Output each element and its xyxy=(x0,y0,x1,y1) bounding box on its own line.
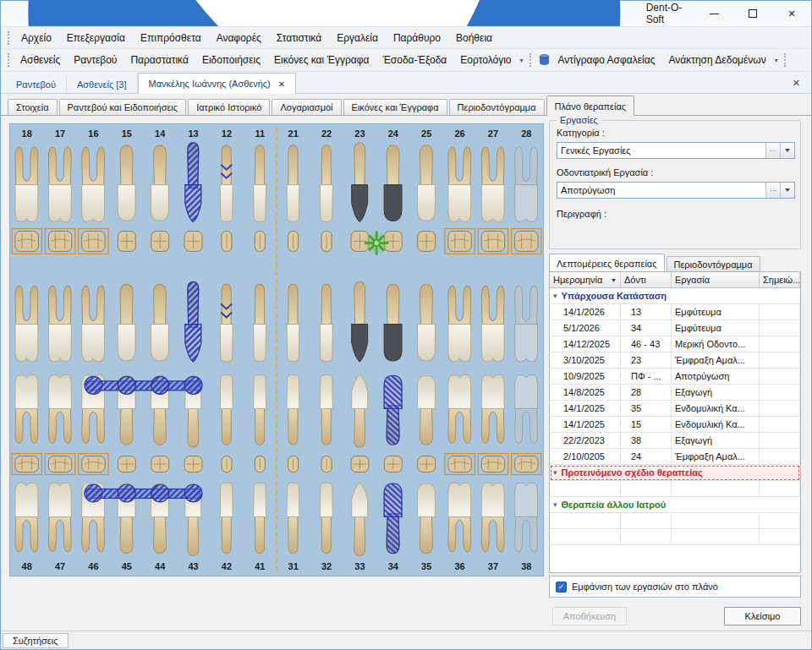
toolbar-backup-item-1[interactable]: Ανάκτηση Δεδομένων xyxy=(661,51,772,69)
tooth-25[interactable] xyxy=(417,145,435,221)
expand-icon[interactable]: ▾ xyxy=(553,500,557,509)
tooth-38[interactable] xyxy=(515,374,538,443)
menu-item-6[interactable]: Παράθυρο xyxy=(386,29,448,47)
tooth-13[interactable] xyxy=(185,143,201,222)
tooth-45-occlusal-icon[interactable] xyxy=(118,456,135,472)
toolbar-item-4[interactable]: Εικόνες και Έγγραφα xyxy=(267,51,376,69)
tooth-25-occlusal-icon[interactable] xyxy=(418,231,436,251)
dental-chart-svg[interactable]: 1817161514131211212223242526272848474645… xyxy=(10,124,543,576)
tooth-21-occlusal-icon[interactable] xyxy=(288,231,299,251)
group-row-existing[interactable]: ▾Υπάρχουσα Κατάσταση xyxy=(550,288,800,304)
toolbar-overflow-icon-2[interactable]: ▾ xyxy=(773,57,780,64)
tooth-24[interactable] xyxy=(384,145,402,221)
tooth-16-occlusal-icon[interactable] xyxy=(79,228,108,254)
treatment-row[interactable]: 14/1/202515Ενδομυλική Κα... xyxy=(550,417,800,433)
tooth-15[interactable] xyxy=(118,145,135,221)
tooth-35[interactable] xyxy=(417,483,435,554)
expand-icon[interactable]: ▾ xyxy=(553,292,557,300)
toolbar-grip-handle-3[interactable] xyxy=(784,53,786,67)
category-dropdown-button[interactable] xyxy=(780,143,794,158)
treatment-row[interactable]: 3/10/202523Έμφραξη Αμαλ... xyxy=(550,352,800,369)
expand-icon[interactable]: ▾ xyxy=(553,468,557,477)
tooth-17[interactable] xyxy=(48,147,71,222)
treatment-row[interactable]: 10/9/2025ΠΦ - ...Αποτρύγωση xyxy=(550,369,800,385)
doc-tab-1[interactable]: Ασθενείς [3] xyxy=(67,75,138,94)
column-header-3[interactable]: Σημειώ... xyxy=(760,272,800,287)
toolbar-item-0[interactable]: Ασθενείς xyxy=(14,51,67,69)
tooth-32[interactable] xyxy=(320,483,332,554)
tooth-11[interactable] xyxy=(254,284,266,362)
tooth-42[interactable] xyxy=(220,483,233,554)
sub-tab-4[interactable]: Εικόνες και Έγγραφα xyxy=(343,99,447,116)
tooth-31[interactable] xyxy=(287,483,299,554)
tooth-17-occlusal-icon[interactable] xyxy=(45,228,74,254)
tooth-22[interactable] xyxy=(320,145,332,222)
menu-item-7[interactable]: Βοήθεια xyxy=(448,29,500,47)
tooth-16[interactable] xyxy=(82,147,105,222)
tooth-24[interactable] xyxy=(384,284,402,361)
treatment-row[interactable] xyxy=(550,529,800,545)
tooth-31-occlusal-icon[interactable] xyxy=(288,456,299,472)
tooth-33-occlusal-icon[interactable] xyxy=(351,456,369,472)
toolbar-backup-item-0[interactable]: Αντίγραφο Ασφαλείας xyxy=(551,51,662,69)
treatment-row[interactable]: 5/1/202634Εμφύτευμα xyxy=(550,320,800,336)
tooth-11[interactable] xyxy=(254,145,266,222)
tooth-41[interactable] xyxy=(254,483,266,554)
treatment-row[interactable]: 14/12/202546 - 43Μερική Οδοντο... xyxy=(550,336,800,352)
menu-item-0[interactable]: Αρχείο xyxy=(14,29,59,47)
close-tab-icon[interactable]: ✕ xyxy=(278,79,285,89)
tooth-44-occlusal-icon[interactable] xyxy=(151,456,169,472)
tooth-28[interactable] xyxy=(515,147,538,222)
tooth-48-occlusal-icon[interactable] xyxy=(12,454,41,475)
toolbar-grip-handle[interactable] xyxy=(8,53,9,67)
panel-tab-0[interactable]: Λεπτομέρειες θεραπείας xyxy=(549,254,665,271)
toolbar-item-5[interactable]: Έσοδα-Έξοδα xyxy=(376,51,453,69)
tooth-17[interactable] xyxy=(48,286,71,362)
tooth-12[interactable] xyxy=(220,145,233,222)
doc-tab-2[interactable]: Μανκέλης Ιωάννης (Ασθενής)✕ xyxy=(138,73,297,94)
tooth-34[interactable] xyxy=(384,375,402,445)
tooth-35[interactable] xyxy=(417,375,435,445)
tooth-15-occlusal-icon[interactable] xyxy=(118,231,135,251)
tooth-22[interactable] xyxy=(320,284,332,362)
dental-work-dropdown-button[interactable] xyxy=(780,183,794,198)
tooth-41-occlusal-icon[interactable] xyxy=(255,456,265,472)
tooth-47-occlusal-icon[interactable] xyxy=(45,454,74,475)
tooth-18[interactable] xyxy=(15,147,38,222)
tooth-27-occlusal-icon[interactable] xyxy=(478,228,508,254)
close-document-icon[interactable]: ✕ xyxy=(787,74,806,92)
tooth-37-occlusal-icon[interactable] xyxy=(478,454,508,475)
tooth-38[interactable] xyxy=(515,483,538,552)
treatment-row[interactable]: 14/1/202613Εμφύτευμα xyxy=(550,304,800,320)
tooth-47[interactable] xyxy=(48,483,71,552)
menu-item-1[interactable]: Επεξεργασία xyxy=(59,29,133,47)
treatment-row[interactable] xyxy=(550,481,800,497)
tooth-48[interactable] xyxy=(15,374,38,443)
toolbar-grip-handle-2[interactable] xyxy=(529,53,531,67)
menu-item-4[interactable]: Στατιστικά xyxy=(269,29,329,47)
treatment-row[interactable]: 14/8/202528Εξαγωγή xyxy=(550,385,800,401)
toolbar-item-2[interactable]: Παραστατικά xyxy=(123,51,195,69)
tooth-37[interactable] xyxy=(481,483,504,552)
tooth-38-occlusal-icon[interactable] xyxy=(512,454,541,475)
close-page-button[interactable]: Κλείσιμο xyxy=(724,607,801,625)
treatment-row[interactable]: 22/2/202338Εξαγωγή xyxy=(550,433,800,449)
tooth-23[interactable] xyxy=(352,281,368,362)
tooth-23[interactable] xyxy=(352,143,368,222)
tooth-13-occlusal-icon[interactable] xyxy=(184,231,202,251)
tooth-12[interactable] xyxy=(220,284,233,362)
tooth-21[interactable] xyxy=(287,145,299,222)
column-header-2[interactable]: Εργασία xyxy=(672,272,760,287)
tooth-31[interactable] xyxy=(287,374,299,445)
tooth-18-occlusal-icon[interactable] xyxy=(12,228,41,254)
sort-filter-icon[interactable]: ▼ xyxy=(611,277,617,283)
tooth-15[interactable] xyxy=(118,284,135,361)
tooth-32-occlusal-icon[interactable] xyxy=(321,456,332,472)
menu-item-3[interactable]: Αναφορές xyxy=(209,29,269,47)
sub-tab-6[interactable]: Πλάνο θεραπείας xyxy=(546,96,635,116)
group-row-other[interactable]: ▾Θεραπεία άλλου Ιατρού xyxy=(550,497,800,513)
toolbar-item-3[interactable]: Ειδοποιήσεις xyxy=(195,51,267,69)
tooth-47[interactable] xyxy=(48,374,71,443)
tooth-36[interactable] xyxy=(448,483,471,552)
sub-tab-2[interactable]: Ιατρικό Ιστορικό xyxy=(188,99,270,116)
